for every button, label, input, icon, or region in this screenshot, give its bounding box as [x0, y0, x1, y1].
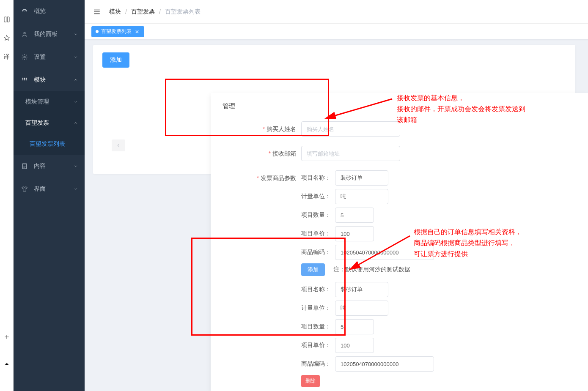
annotation-text-2: 根据自己的订单信息填写相关资料， 商品编码根据商品类型进行填写， 可让票方进行提…: [414, 227, 522, 260]
annotation-text-1: 接收发票的基本信息， 接收的邮件，开票成功会发会将发票发送到 该邮箱: [397, 93, 525, 126]
qty-input-2[interactable]: [335, 319, 374, 334]
svg-point-1: [24, 56, 25, 58]
qty-label: 项目数量：: [301, 323, 331, 331]
svg-line-10: [358, 236, 410, 265]
chevron-down-icon: [74, 187, 78, 191]
unit-label: 计量单位：: [301, 193, 331, 200]
unit-input[interactable]: [335, 189, 388, 204]
crumb-sep: /: [159, 8, 161, 15]
svg-point-2: [22, 78, 24, 79]
tab-active-dot: [96, 30, 99, 33]
code-input-2[interactable]: [335, 356, 434, 372]
proj-name-label: 项目名称：: [301, 286, 331, 293]
price-label: 项目单价：: [301, 342, 331, 349]
hamburger-icon[interactable]: [93, 8, 101, 16]
user-icon: [21, 31, 28, 38]
sidebar-sub-module-mgmt[interactable]: 模块管理: [14, 91, 85, 112]
sidebar-sub-baiwang[interactable]: 百望发票: [14, 112, 85, 134]
book-icon[interactable]: [3, 16, 10, 23]
chevron-down-icon: [74, 100, 78, 104]
proj-name-input-2[interactable]: [335, 282, 388, 297]
proj-name-input[interactable]: [335, 170, 388, 186]
tab-close-icon[interactable]: [134, 29, 140, 35]
unit-label: 计量单位：: [301, 304, 331, 312]
sidebar-item-content[interactable]: 内容: [14, 155, 85, 178]
crumb-sep: /: [125, 8, 127, 15]
crumb-current: 百望发票列表: [165, 8, 201, 16]
add-button[interactable]: 添加: [102, 52, 129, 68]
sidebar-item-module[interactable]: 模块: [14, 68, 85, 91]
qty-input[interactable]: [335, 208, 374, 223]
sidebar-item-overview[interactable]: 概览: [14, 0, 85, 23]
sidebar-item-label: 百望发票: [25, 119, 49, 127]
sidebar-item-settings[interactable]: 设置: [14, 46, 85, 68]
breadcrumb: 模块 / 百望发票 / 百望发票列表: [109, 8, 201, 16]
params-label: 发票商品参数: [223, 170, 301, 186]
star-icon[interactable]: [3, 35, 10, 41]
buyer-label: 购买人姓名: [223, 121, 301, 137]
svg-line-9: [334, 99, 392, 116]
annotation-arrow-2: [349, 233, 412, 271]
proj-name-label: 项目名称：: [301, 174, 331, 182]
email-label: 接收邮箱: [223, 146, 301, 161]
unit-input-2[interactable]: [335, 301, 388, 316]
doc-icon: [21, 163, 28, 170]
svg-point-0: [24, 32, 25, 34]
svg-point-7: [26, 79, 27, 81]
gear-icon: [21, 54, 28, 60]
translate-icon[interactable]: 译: [3, 53, 10, 60]
buyer-input[interactable]: [301, 121, 400, 137]
annotation-arrow-1: [331, 96, 394, 122]
crumb-baiwang[interactable]: 百望发票: [131, 8, 155, 16]
sidebar-sub-baiwang-list[interactable]: 百望发票列表: [14, 134, 85, 155]
sidebar-item-label: 模块: [34, 76, 46, 84]
email-input[interactable]: [301, 146, 400, 161]
shirt-icon: [21, 186, 28, 192]
sidebar-item-label: 百望发票列表: [30, 140, 65, 148]
svg-point-3: [24, 78, 25, 79]
tab-baiwang-list[interactable]: 百望发票列表: [91, 26, 144, 37]
grid-icon: [21, 77, 28, 83]
crumb-module[interactable]: 模块: [109, 8, 121, 16]
params-delete-button[interactable]: 删除: [301, 375, 320, 387]
tab-label: 百望发票列表: [101, 28, 132, 35]
topbar: 模块 / 百望发票 / 百望发票列表: [85, 0, 588, 24]
chevron-down-icon: [74, 164, 78, 168]
price-input-2[interactable]: [335, 338, 374, 353]
code-label: 商品编码：: [301, 360, 331, 368]
sidebar-item-label: 设置: [34, 53, 46, 61]
pager-prev[interactable]: [112, 139, 125, 151]
svg-point-5: [22, 79, 24, 81]
more-icon[interactable]: [3, 361, 10, 367]
price-label: 项目单价：: [301, 230, 331, 238]
sidebar: 概览 我的面板 设置 模块 模块管理 百望发票 百望发票列表 内容 界面: [14, 0, 85, 391]
params-group-2: 项目名称： 计量单位： 项目数量： 项目单价： 商品编码： 删除: [301, 282, 434, 387]
chevron-down-icon: [74, 55, 78, 59]
svg-point-6: [24, 79, 25, 81]
svg-point-4: [26, 78, 27, 79]
qty-label: 项目数量：: [301, 211, 331, 219]
sidebar-item-label: 概览: [34, 8, 46, 15]
tabbar: 百望发票列表: [85, 24, 588, 40]
chevron-down-icon: [74, 32, 78, 36]
params-add-button[interactable]: 添加: [301, 263, 325, 276]
sidebar-item-ui[interactable]: 界面: [14, 178, 85, 200]
code-label: 商品编码：: [301, 249, 331, 256]
chevron-up-icon: [74, 78, 78, 82]
sidebar-item-mypanel[interactable]: 我的面板: [14, 23, 85, 46]
plus-icon[interactable]: [3, 334, 10, 340]
dashboard-icon: [21, 8, 28, 15]
sidebar-item-label: 界面: [34, 185, 46, 193]
sidebar-item-label: 内容: [34, 162, 46, 170]
sidebar-item-label: 模块管理: [25, 98, 49, 106]
chevron-up-icon: [74, 121, 78, 125]
browser-rail: 译: [0, 0, 14, 391]
sidebar-item-label: 我的面板: [34, 30, 58, 38]
